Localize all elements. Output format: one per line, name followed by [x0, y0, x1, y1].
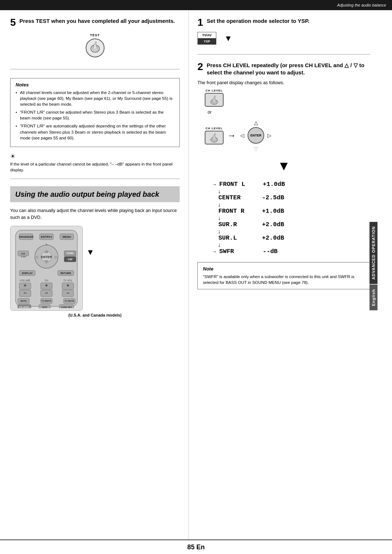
ch-level-controls: CH LEVEL or C: [205, 89, 370, 155]
front-l-arrow: →: [212, 182, 217, 187]
sur-l-name: SUR.L: [219, 235, 262, 241]
tv-av-label: TV/AV: [198, 32, 216, 38]
arrow-right-ch: →: [227, 130, 236, 140]
display-changes-text: The front panel display changes as follo…: [197, 80, 370, 85]
left-arrow-icon: ◁: [240, 133, 244, 138]
sur-l-value: +2.0dB: [262, 235, 284, 241]
section-2-title: Press CH LEVEL repeatedly (or press CH L…: [207, 62, 364, 76]
sur-l-down: ↓: [212, 242, 370, 248]
ch-level-btn-2: CH LEVEL: [205, 127, 224, 144]
sidebar-tab-english[interactable]: English: [369, 285, 377, 310]
svg-text:RETURN: RETURN: [60, 272, 71, 274]
using-description: You can also manually adjust the channel…: [10, 207, 180, 221]
right-arrow-icon: ▷: [268, 133, 271, 138]
right-column: 1 Set the operation mode selector to YSP…: [189, 10, 377, 539]
svg-text:CAT.: CAT.: [21, 253, 26, 255]
finger-press-icon: [88, 41, 102, 55]
selector-area: TV/AV YSP ▼: [197, 32, 370, 45]
front-r-arrow: [212, 208, 216, 214]
selector-down-arrow: ▼: [224, 34, 232, 43]
note-item-1: All channel levels cannot be adjusted wh…: [16, 90, 174, 107]
note-item-3: "FRONT L/R" are automatically adjusted d…: [16, 123, 174, 140]
svg-text:−: −: [66, 290, 69, 296]
section-1-right-header: 1 Set the operation mode selector to YSP…: [197, 17, 370, 28]
enter-dial-container: △ ◁ ▷ ▽ ENTER: [240, 119, 272, 152]
svg-text:MENU: MENU: [62, 235, 71, 239]
channel-row-sur-l: SUR.L +2.0dB: [212, 235, 370, 241]
front-r-value: +1.0dB: [262, 208, 284, 215]
front-r-down: ↓: [212, 215, 370, 221]
section-2-right-header: 2 Press CH LEVEL repeatedly (or press CH…: [197, 62, 370, 76]
page-number: 85 En: [187, 543, 205, 551]
down-arrow-icon: ▼: [86, 248, 94, 257]
svg-text:TV VOL: TV VOL: [64, 279, 73, 282]
channel-row-sur-r: SUR.R +2.0dB: [212, 221, 370, 228]
front-r-name: FRONT R: [219, 208, 262, 215]
or-text: or: [208, 110, 212, 115]
notes-box: Notes All channel levels cannot be adjus…: [10, 78, 180, 147]
svg-text:DISPLAY: DISPLAY: [22, 272, 33, 274]
remote-illustration: ENHANCER ENTRY♦ MENU ENTER ◁ ▷: [10, 226, 83, 311]
test-button-illustration: TEST: [86, 33, 105, 57]
tip-text: If the level of a particular channel can…: [10, 161, 180, 173]
finger-icon-ch: [208, 95, 220, 105]
section-5: 5 Press TEST when you have completed all…: [10, 17, 180, 69]
svg-text:CH LEVEL: CH LEVEL: [19, 306, 30, 308]
svg-text:+: +: [45, 282, 48, 288]
ch-level-row-2: CH LEVEL → △: [205, 119, 272, 152]
tip-icon: ☀: [10, 153, 180, 160]
svg-text:A-E♦: A-E♦: [21, 256, 25, 258]
test-button-shape: [86, 38, 105, 57]
front-l-down: ↓: [212, 188, 370, 194]
up-arrow-icon: △: [254, 120, 258, 126]
sur-r-arrow: [212, 222, 216, 228]
channel-row-swfr: → SWFR --dB: [212, 248, 370, 255]
svg-text:+: +: [66, 282, 69, 288]
test-label: TEST: [90, 33, 100, 37]
down-arrow-icon-2: ▽: [254, 146, 258, 152]
channel-row-center: CENTER -2.5dB: [212, 194, 370, 201]
note-item-2: "FRONT L/R" cannot be adjusted when Ster…: [16, 109, 174, 121]
note-box-right: Note "SWFR" is available only when a sub…: [197, 262, 370, 289]
center-down: ↓: [212, 202, 370, 208]
front-l-name: FRONT L: [219, 181, 263, 188]
section-5-num: 5: [10, 17, 16, 28]
svg-text:ENTRY♦: ENTRY♦: [41, 235, 52, 239]
remote-container: ENHANCER ENTRY♦ MENU ENTER ◁ ▷: [10, 226, 180, 311]
sur-r-value: +2.0dB: [262, 221, 284, 228]
swfr-arrow: →: [212, 249, 217, 254]
svg-text:MUTE: MUTE: [21, 300, 27, 302]
svg-text:VOLUME: VOLUME: [20, 279, 30, 282]
svg-text:ENHANCER: ENHANCER: [19, 236, 33, 238]
tip-area: ☀ If the level of a particular channel c…: [10, 153, 180, 173]
section-5-title: Press TEST when you have completed all y…: [20, 17, 175, 25]
header-bar: Adjusting the audio balance: [0, 0, 392, 10]
svg-text:TV MUTE: TV MUTE: [65, 300, 74, 302]
ch-level-btn-shape-2: [205, 131, 224, 144]
sur-r-down: ↓: [212, 229, 370, 235]
sidebar-tabs: ADVANCED OPERATION English: [369, 222, 377, 310]
channel-row-front-l: → FRONT L +1.0dB: [212, 181, 370, 188]
svg-text:+: +: [24, 282, 26, 288]
notes-list: All channel levels cannot be adjusted wh…: [16, 90, 174, 141]
channel-display: → FRONT L +1.0dB ↓ CENTER -2.5dB ↓ FRONT…: [197, 181, 370, 255]
svg-text:▷: ▷: [55, 255, 58, 259]
left-column: 5 Press TEST when you have completed all…: [0, 10, 189, 539]
section-1-right-title: Set the operation mode selector to YSP.: [207, 17, 310, 25]
svg-text:YSP: YSP: [68, 258, 73, 261]
large-down-arrow: ▼: [197, 158, 370, 174]
bottom-bar: 85 En: [0, 539, 392, 554]
svg-text:−: −: [24, 290, 26, 296]
test-button-area: TEST: [10, 33, 180, 57]
sidebar-tab-advanced-operation[interactable]: ADVANCED OPERATION: [369, 222, 377, 284]
section-5-header: 5 Press TEST when you have completed all…: [10, 17, 180, 28]
channel-row-front-r: FRONT R +1.0dB: [212, 208, 370, 215]
main-content: 5 Press TEST when you have completed all…: [0, 10, 392, 539]
svg-text:TEST: TEST: [42, 306, 48, 308]
ch-level-btn-1: CH LEVEL: [205, 89, 224, 107]
remote-svg: ENHANCER ENTRY♦ MENU ENTER ◁ ▷: [12, 228, 81, 308]
notes-title: Notes: [16, 82, 174, 87]
note-right-title: Note: [203, 266, 365, 272]
ch-level-label-2: CH LEVEL: [205, 127, 223, 130]
sur-r-name: SUR.R: [219, 221, 262, 228]
